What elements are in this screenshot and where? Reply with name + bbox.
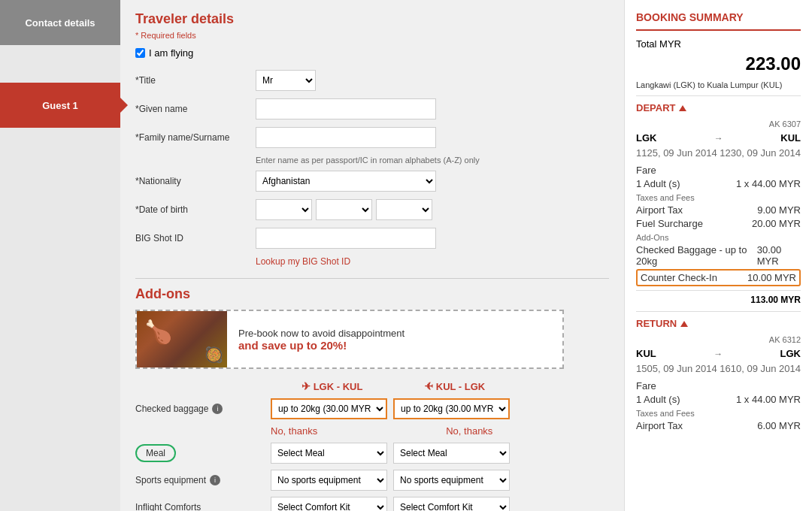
nationality-select[interactable]: Afghanistan Malaysia [256, 171, 436, 192]
total-label: Total MYR [636, 38, 681, 50]
checkin-label: Counter Check-In [641, 272, 717, 283]
inflight-lgk-kul-select[interactable]: Select Comfort Kit [271, 497, 387, 511]
meal-row: Meal Select Meal Select Meal [135, 443, 609, 464]
return-airport-tax-label: Airport Tax [636, 420, 683, 431]
title-label: *Title [135, 75, 256, 86]
baggage-label: Checked baggage [135, 404, 208, 414]
dob-year-select[interactable] [376, 199, 432, 220]
baggage-lgk-kul-select[interactable]: up to 20kg (30.00 MYR) No, thanks [271, 398, 387, 419]
contact-tab-label: Contact details [25, 17, 95, 29]
family-name-input[interactable] [256, 127, 436, 148]
baggage-info-icon[interactable]: i [212, 404, 223, 414]
i-am-flying-checkbox[interactable] [135, 48, 145, 58]
title-select[interactable]: Mr Ms Mrs [256, 70, 316, 91]
return-adults-label: 1 Adult (s) [636, 394, 680, 405]
route-text: Langkawi (LGK) to Kuala Lumpur (KUL) [636, 80, 801, 89]
sports-info-icon[interactable]: i [210, 475, 220, 485]
return-airport-tax-value: 6.00 MYR [757, 420, 801, 431]
traveler-title: Traveler details [135, 11, 609, 27]
return-fare-label: Fare [636, 380, 656, 392]
inflight-row: Inflight Comforts Select Comfort Kit Sel… [135, 497, 609, 511]
name-hint: Enter name as per passport/IC in roman a… [256, 156, 609, 165]
return-time: 1505, 09 Jun 2014 [636, 363, 717, 374]
lgk-kul-header: LGK - KUL [314, 381, 363, 392]
big-shot-label: BIG Shot ID [135, 233, 256, 243]
depart-triangle [679, 105, 686, 111]
addons-title: Add-ons [135, 286, 609, 302]
return-flight-code: AK 6312 [636, 335, 801, 344]
inflight-kul-lgk-select[interactable]: Select Comfort Kit [393, 497, 510, 511]
return-triangle [680, 321, 688, 327]
sports-row: Sports equipment i No sports equipment N… [135, 470, 609, 491]
promo-banner: Pre-book now to avoid disappointment and… [135, 310, 564, 369]
i-am-flying-label: I am flying [149, 47, 193, 59]
return-fare-value: 1 x 44.00 MYR [736, 394, 801, 405]
checkin-row: Counter Check-In 10.00 MYR [636, 269, 801, 286]
return-arrive: 1610, 09 Jun 2014 [720, 363, 801, 374]
depart-arrow: → [714, 133, 723, 144]
return-taxes-label: Taxes and Fees [636, 409, 801, 418]
kul-lgk-header: KUL - LGK [436, 381, 485, 392]
contact-details-tab[interactable]: Contact details [0, 0, 120, 45]
guest1-tab[interactable]: Guest 1 [0, 83, 120, 128]
fare-label: Fare [636, 165, 656, 176]
fuel-surcharge-value: 20.00 MYR [752, 218, 801, 229]
dob-label: *Date of birth [135, 204, 256, 215]
nationality-label: *Nationality [135, 176, 256, 186]
total-amount: 223.00 [746, 53, 801, 74]
baggage-summary-label: Checked Baggage - up to 20kg [636, 244, 757, 267]
sports-label: Sports equipment [135, 475, 206, 485]
return-to-code: LGK [780, 348, 801, 359]
promo-text: Pre-book now to avoid disappointment [238, 328, 404, 339]
required-note: * Required fields [135, 31, 609, 40]
baggage-row: Checked baggage i up to 20kg (30.00 MYR)… [135, 398, 609, 419]
lookup-big-shot-link[interactable]: Lookup my BIG Shot ID [256, 256, 609, 267]
promo-highlight: and save up to 20%! [238, 339, 347, 352]
family-name-label: *Family name/Surname [135, 132, 256, 143]
meal-kul-lgk-select[interactable]: Select Meal [393, 443, 510, 464]
depart-time: 1125, 09 Jun 2014 [636, 147, 717, 159]
dob-day-select[interactable] [256, 199, 312, 220]
depart-to-code: KUL [780, 132, 801, 144]
baggage-summary-value: 30.00 MYR [757, 244, 801, 267]
meal-lgk-kul-select[interactable]: Select Meal [271, 443, 387, 464]
sports-lgk-kul-select[interactable]: No sports equipment [271, 470, 387, 491]
big-shot-input[interactable] [256, 228, 436, 249]
inflight-label: Inflight Comforts [135, 502, 201, 511]
fare-value: 1 x 44.00 MYR [736, 178, 801, 189]
return-arrow: → [714, 349, 723, 359]
booking-summary-title: BOOKING SUMMARY [636, 11, 801, 31]
return-from-code: KUL [636, 348, 656, 359]
kul-lgk-arrow: ✈ [424, 380, 433, 392]
addons-summary-label: Add-Ons [636, 233, 801, 242]
baggage-no-thanks-2: No, thanks [446, 425, 492, 437]
depart-from-code: LGK [636, 132, 656, 144]
depart-flight-code: AK 6307 [636, 119, 801, 129]
lgk-kul-arrow: ✈ [301, 380, 311, 392]
depart-subtotal: 113.00 MYR [636, 290, 801, 305]
adults-label: 1 Adult (s) [636, 178, 680, 189]
depart-label: DEPART [636, 102, 675, 113]
baggage-no-thanks-1: No, thanks [271, 425, 317, 437]
airport-tax-value: 9.00 MYR [757, 204, 801, 216]
dob-month-select[interactable] [316, 199, 372, 220]
checkin-value: 10.00 MYR [747, 272, 796, 283]
depart-arrive: 1230, 09 Jun 2014 [720, 147, 801, 159]
given-name-label: *Given name [135, 104, 256, 114]
meal-label: Meal [135, 444, 176, 462]
return-label: RETURN [636, 318, 677, 329]
airport-tax-label: Airport Tax [636, 204, 683, 216]
sports-kul-lgk-select[interactable]: No sports equipment [393, 470, 510, 491]
fuel-surcharge-label: Fuel Surcharge [636, 218, 703, 229]
guest-tab-label: Guest 1 [42, 100, 78, 111]
given-name-input[interactable] [256, 98, 436, 119]
taxes-label: Taxes and Fees [636, 193, 801, 202]
baggage-kul-lgk-select[interactable]: up to 20kg (30.00 MYR) No, thanks [393, 398, 510, 419]
booking-summary-panel: BOOKING SUMMARY Total MYR 223.00 Langkaw… [624, 0, 812, 511]
promo-image [137, 311, 227, 367]
